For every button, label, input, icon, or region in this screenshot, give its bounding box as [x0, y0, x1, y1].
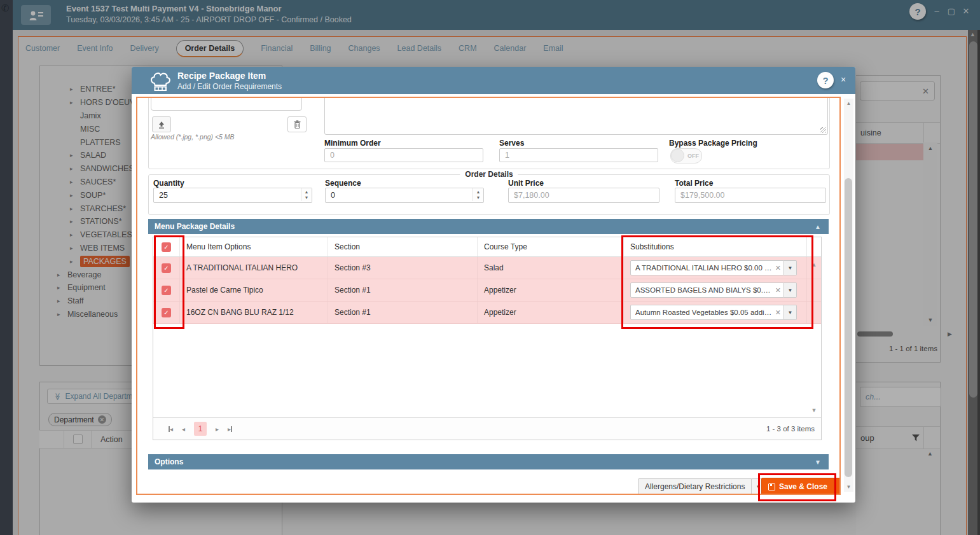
trash-icon [294, 120, 301, 129]
bypass-package-pricing-toggle[interactable]: OFF [670, 148, 702, 163]
expand-chevron-icon[interactable]: ▼ [815, 459, 821, 466]
pager-next-button[interactable]: ▸ [216, 426, 219, 433]
sequence-input[interactable] [325, 188, 484, 203]
column-section: Section [328, 237, 478, 256]
screen: ✆ Event 1537 Test Multi Payment V4 - Sto… [0, 0, 980, 535]
scroll-up-icon[interactable]: ▲ [844, 101, 853, 106]
allergens-button-group: Allergens/Dietary Restrictions ▼ [638, 478, 765, 495]
annotation-checkbox-column [154, 235, 184, 329]
pager-summary: 1 - 3 of 3 items [766, 425, 815, 433]
upload-allowed-note: Allowed (*.jpg, *.png) <5 MB [151, 133, 235, 141]
dialog-close-icon[interactable]: × [841, 74, 846, 85]
annotation-save-button [758, 473, 836, 501]
column-menu-item-options: Menu Item Options [180, 237, 328, 256]
minimum-order-label: Minimum Order [324, 139, 381, 148]
toggle-knob [671, 149, 684, 162]
options-bar[interactable]: Options ▼ [148, 454, 829, 469]
menu-package-details-bar[interactable]: Menu Package Details ▲ [148, 219, 829, 234]
dialog-help-icon[interactable]: ? [817, 72, 834, 88]
serves-input[interactable] [499, 148, 658, 162]
pager-first-button[interactable]: ◂ [169, 426, 173, 433]
column-course-type: Course Type [478, 237, 624, 256]
pager-prev-button[interactable]: ◂ [182, 426, 185, 433]
scrollbar-thumb[interactable] [845, 178, 852, 477]
allergens-dietary-restrictions-button[interactable]: Allergens/Dietary Restrictions [638, 478, 752, 495]
chef-hat-icon [148, 71, 172, 92]
sequence-spinner[interactable]: ▲▼ [473, 188, 483, 201]
sequence-label: Sequence [325, 179, 361, 188]
minimum-order-input[interactable] [324, 148, 483, 162]
total-price-input [675, 188, 826, 203]
pager-page-1[interactable]: 1 [194, 422, 207, 436]
total-price-label: Total Price [675, 179, 713, 188]
scroll-down-icon[interactable]: ▼ [807, 407, 821, 413]
quantity-input[interactable] [153, 188, 312, 203]
description-textarea[interactable] [324, 97, 828, 135]
dialog-title: Recipe Package Item [177, 71, 266, 81]
annotation-substitutions-column [621, 235, 813, 329]
grid-pager: ◂ ◂ 1 ▸ ▸ 1 - 3 of 3 items [153, 417, 821, 440]
toggle-state-label: OFF [687, 153, 699, 159]
collapse-chevron-icon[interactable]: ▲ [815, 223, 821, 230]
order-details-section: Order Details Quantity ▲▼ Sequence ▲▼ Un… [148, 174, 830, 215]
dialog-subtitle: Add / Edit Order Requirements [177, 82, 282, 91]
delete-image-button[interactable] [287, 116, 307, 132]
unit-price-label: Unit Price [508, 179, 544, 188]
serves-label: Serves [499, 139, 524, 148]
pager-last-button[interactable]: ▸ [228, 426, 232, 433]
scroll-down-icon[interactable]: ▼ [844, 484, 853, 490]
quantity-label: Quantity [153, 179, 184, 188]
dialog-header: Recipe Package Item Add / Edit Order Req… [132, 67, 855, 94]
upload-icon [158, 121, 165, 129]
order-details-legend: Order Details [460, 170, 518, 179]
quantity-spinner[interactable]: ▲▼ [301, 188, 312, 201]
image-preview-box [151, 97, 302, 111]
bypass-package-pricing-label: Bypass Package Pricing [669, 139, 757, 148]
upload-image-button[interactable] [152, 116, 171, 132]
dialog-scrollbar[interactable]: ▲ ▼ [844, 99, 853, 492]
unit-price-input [508, 188, 659, 203]
